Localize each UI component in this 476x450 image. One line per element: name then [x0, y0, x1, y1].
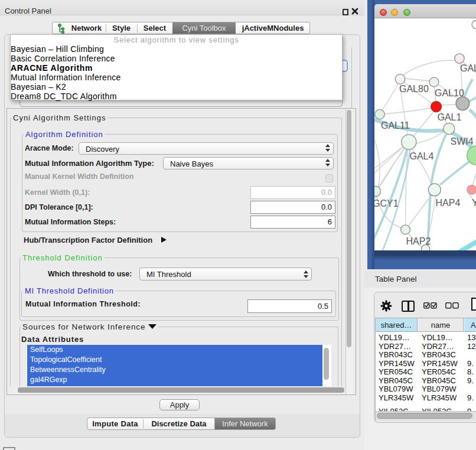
svg-text:Y: Y [472, 198, 476, 208]
svg-text:HAP4: HAP4 [436, 198, 461, 208]
svg-text:GAL1: GAL1 [438, 112, 462, 122]
svg-text:SWI4: SWI4 [451, 136, 474, 146]
svg-text:GAL7: GAL7 [460, 63, 476, 73]
svg-text:HAP2: HAP2 [406, 236, 431, 246]
svg-text:GAL80: GAL80 [399, 84, 429, 94]
svg-text:GAL10: GAL10 [435, 88, 464, 98]
svg-text:GCY1: GCY1 [374, 198, 399, 208]
svg-text:GAL11: GAL11 [381, 120, 410, 131]
svg-text:GAL4: GAL4 [410, 151, 434, 161]
